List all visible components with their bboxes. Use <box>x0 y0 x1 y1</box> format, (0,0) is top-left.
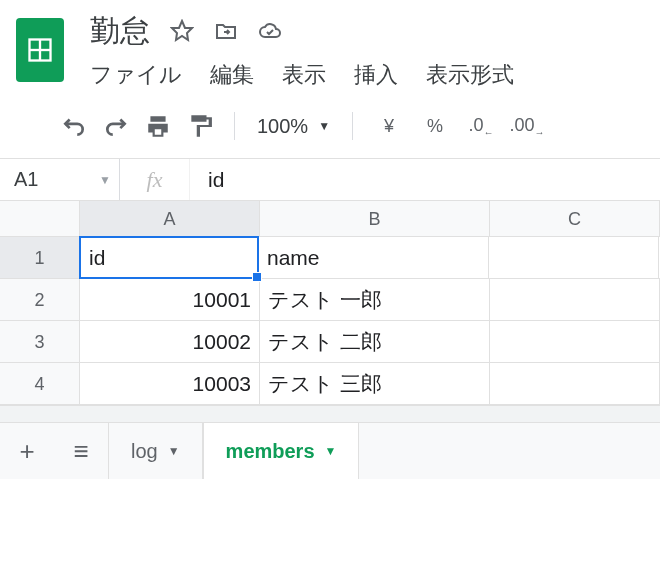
row-header-2[interactable]: 2 <box>0 279 80 320</box>
add-sheet-button[interactable]: + <box>0 423 54 479</box>
menu-edit[interactable]: 編集 <box>210 60 254 90</box>
menu-file[interactable]: ファイル <box>90 60 182 90</box>
name-box[interactable]: A1 ▼ <box>0 159 120 200</box>
row-header-3[interactable]: 3 <box>0 321 80 362</box>
toolbar: 100% ▼ ¥ % .0← .00→ <box>0 90 660 159</box>
document-title[interactable]: 勤怠 <box>90 11 150 52</box>
column-header-b[interactable]: B <box>260 201 490 236</box>
cell-a4[interactable]: 10003 <box>80 363 260 404</box>
zoom-select[interactable]: 100% ▼ <box>251 115 336 138</box>
chevron-down-icon: ▼ <box>168 444 180 458</box>
horizontal-scrollbar[interactable] <box>0 405 660 423</box>
cell-b4[interactable]: テスト 三郎 <box>260 363 490 404</box>
move-to-folder-icon[interactable] <box>214 19 238 43</box>
decrease-decimal-label: .0 <box>469 115 484 135</box>
column-header-a[interactable]: A <box>80 201 260 236</box>
sheets-logo[interactable] <box>16 18 64 82</box>
select-all-corner[interactable] <box>0 201 80 236</box>
menu-view[interactable]: 表示 <box>282 60 326 90</box>
column-header-c[interactable]: C <box>490 201 660 236</box>
format-percent-button[interactable]: % <box>415 116 455 137</box>
menu-format[interactable]: 表示形式 <box>426 60 514 90</box>
formula-bar[interactable]: id <box>190 159 660 200</box>
menu-bar: ファイル 編集 表示 挿入 表示形式 <box>90 54 514 90</box>
row-header-4[interactable]: 4 <box>0 363 80 404</box>
decrease-decimal-button[interactable]: .0← <box>461 115 501 138</box>
sheet-tab-label: members <box>226 440 315 463</box>
undo-icon[interactable] <box>56 108 92 144</box>
spreadsheet-grid[interactable]: A B C 1 id name 2 10001 テスト 一郎 3 10002 テ… <box>0 201 660 405</box>
cell-b3[interactable]: テスト 二郎 <box>260 321 490 362</box>
cell-b1[interactable]: name <box>259 237 489 278</box>
increase-decimal-label: .00 <box>510 115 535 135</box>
zoom-value: 100% <box>257 115 308 138</box>
name-box-value: A1 <box>14 168 38 191</box>
sheet-tab-bar: + ≡ log ▼ members ▼ <box>0 423 660 479</box>
row-header-1[interactable]: 1 <box>0 237 80 278</box>
cell-c4[interactable] <box>490 363 660 404</box>
cell-c3[interactable] <box>490 321 660 362</box>
all-sheets-button[interactable]: ≡ <box>54 423 108 479</box>
cell-b2[interactable]: テスト 一郎 <box>260 279 490 320</box>
cell-a3[interactable]: 10002 <box>80 321 260 362</box>
sheet-tab-label: log <box>131 440 158 463</box>
svg-marker-3 <box>172 21 192 40</box>
cell-c1[interactable] <box>489 237 659 278</box>
chevron-down-icon: ▼ <box>325 444 337 458</box>
sheet-tab-log[interactable]: log ▼ <box>108 423 203 479</box>
increase-decimal-button[interactable]: .00→ <box>507 115 547 138</box>
cell-a2[interactable]: 10001 <box>80 279 260 320</box>
menu-insert[interactable]: 挿入 <box>354 60 398 90</box>
redo-icon[interactable] <box>98 108 134 144</box>
star-icon[interactable] <box>170 19 194 43</box>
chevron-down-icon: ▼ <box>318 119 330 133</box>
sheet-tab-members[interactable]: members ▼ <box>203 423 360 479</box>
paint-format-icon[interactable] <box>182 108 218 144</box>
fx-label: fx <box>120 159 190 200</box>
chevron-down-icon: ▼ <box>99 173 111 187</box>
cloud-saved-icon[interactable] <box>258 19 282 43</box>
print-icon[interactable] <box>140 108 176 144</box>
format-currency-button[interactable]: ¥ <box>369 116 409 137</box>
cell-a1[interactable]: id <box>79 236 259 279</box>
cell-c2[interactable] <box>490 279 660 320</box>
